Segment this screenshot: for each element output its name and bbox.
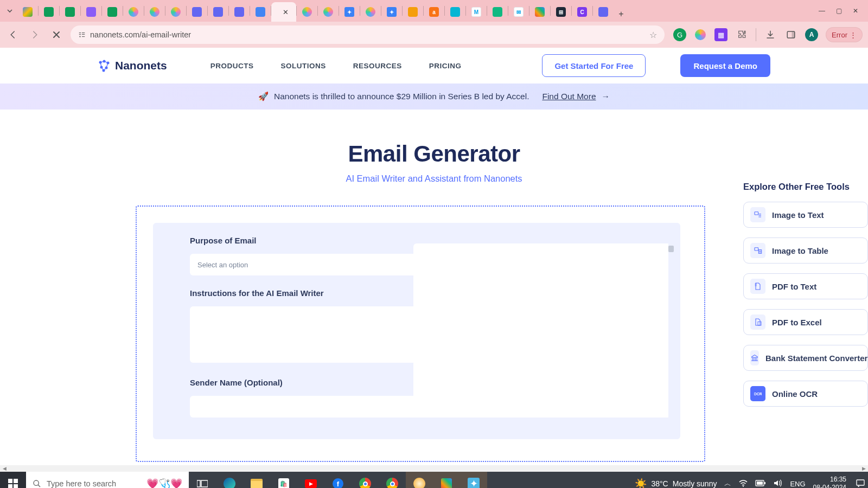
taskbar-youtube-icon[interactable]: ▶ <box>297 472 324 488</box>
taskbar-store-icon[interactable]: 🛍️ <box>270 472 297 488</box>
bookmark-star-icon[interactable]: ☆ <box>649 30 657 40</box>
site-controls-icon[interactable] <box>78 31 86 38</box>
scroll-left-icon[interactable]: ◀ <box>0 465 9 472</box>
tab-item[interactable]: ✦ <box>339 2 360 22</box>
tab-item-active[interactable]: ✕ <box>271 2 296 22</box>
browser-error-chip[interactable]: Error ⋮ <box>826 27 863 42</box>
scrollbar-thumb[interactable] <box>668 246 674 252</box>
url-text: nanonets.com/ai-email-writer <box>90 30 191 39</box>
new-tab-button[interactable]: + <box>614 7 629 22</box>
downloads-icon[interactable] <box>764 28 777 41</box>
tab-item[interactable] <box>144 2 165 22</box>
tab-item[interactable] <box>17 2 38 22</box>
page-viewport[interactable]: Nanonets PRODUCTS SOLUTIONS RESOURCES PR… <box>0 48 868 465</box>
tab-item[interactable] <box>187 2 207 22</box>
sidepanel-icon[interactable] <box>784 28 797 41</box>
tab-item[interactable] <box>39 2 59 22</box>
toolbar-actions: G ▦ A Error ⋮ <box>673 27 863 42</box>
window-minimize-button[interactable]: — <box>819 7 825 15</box>
banner-link[interactable]: Find Out More <box>542 92 596 101</box>
tray-battery-icon[interactable] <box>755 480 766 488</box>
profile-avatar[interactable]: A <box>805 28 818 41</box>
tab-item[interactable]: ⊞ <box>551 2 571 22</box>
nav-stop-button[interactable] <box>49 27 64 42</box>
nav-solutions[interactable]: SOLUTIONS <box>280 62 326 70</box>
extension-icon[interactable]: ▦ <box>714 28 727 41</box>
tab-item[interactable]: M <box>466 2 487 22</box>
tool-online-ocr[interactable]: OCR Online OCR <box>743 381 868 407</box>
tab-item[interactable]: ✦ <box>381 2 402 22</box>
tab-item[interactable] <box>229 2 250 22</box>
tab-item[interactable] <box>60 2 80 22</box>
taskbar-app-icon[interactable] <box>406 472 433 488</box>
nav-resources[interactable]: RESOURCES <box>353 62 402 70</box>
tool-label: PDF to Text <box>772 282 816 291</box>
start-button[interactable] <box>0 472 26 488</box>
favicon-colorwheel-icon <box>323 7 333 17</box>
tab-item[interactable] <box>360 2 381 22</box>
taskbar-app-icon[interactable]: ✦ <box>460 472 487 488</box>
tool-pdf-to-excel[interactable]: PDF to Excel <box>743 309 868 335</box>
tab-item[interactable]: a <box>424 2 444 22</box>
tray-wifi-icon[interactable] <box>739 479 748 489</box>
taskbar-facebook-icon[interactable]: f <box>324 472 352 488</box>
taskbar-app-icon[interactable] <box>433 472 460 488</box>
tab-item[interactable]: C <box>572 2 592 22</box>
tab-item[interactable] <box>165 2 186 22</box>
tab-item[interactable] <box>102 2 123 22</box>
instructions-label: Instructions for the AI Email Writer <box>190 288 413 298</box>
tray-clock[interactable]: 16:35 08-04-2024 <box>813 476 848 488</box>
horizontal-scrollbar[interactable]: ◀ ▶ <box>0 465 868 472</box>
tab-item[interactable] <box>208 2 228 22</box>
weather-widget[interactable]: ☀️ 38°C Mostly sunny <box>635 478 717 488</box>
scroll-right-icon[interactable]: ▶ <box>859 465 868 472</box>
tab-item[interactable] <box>250 2 271 22</box>
tabs-overflow-button[interactable] <box>4 5 15 16</box>
brand-logo[interactable]: Nanonets <box>98 59 167 72</box>
sender-name-input[interactable] <box>190 396 418 418</box>
extension-icon[interactable] <box>694 28 707 41</box>
tool-pdf-to-text[interactable]: PDF to Text <box>743 273 868 299</box>
window-maximize-button[interactable]: ▢ <box>836 7 842 15</box>
extensions-puzzle-icon[interactable] <box>735 28 748 41</box>
tab-item[interactable]: ✉ <box>508 2 529 22</box>
kebab-menu-icon[interactable]: ⋮ <box>850 31 857 39</box>
extension-grammarly-icon[interactable]: G <box>673 28 686 41</box>
purpose-select[interactable]: Select an option <box>190 254 418 275</box>
request-demo-button[interactable]: Request a Demo <box>680 54 770 77</box>
tab-item[interactable] <box>318 2 339 22</box>
tray-chevron-icon[interactable]: ︿ <box>724 479 731 488</box>
tab-item[interactable] <box>123 2 144 22</box>
tab-item[interactable] <box>487 2 508 22</box>
tabs-row: ✕ ✦ ✦ a M ✉ ⊞ C + <box>17 0 811 22</box>
tool-image-to-table[interactable]: Image to Table <box>743 237 868 264</box>
tool-image-to-text[interactable]: Image to Text <box>743 202 868 228</box>
svg-rect-3 <box>82 34 85 35</box>
taskbar-chrome-icon[interactable] <box>352 472 379 488</box>
tool-bank-statement[interactable]: Bank Statement Converter <box>743 345 868 371</box>
tray-notifications-icon[interactable] <box>856 479 865 489</box>
tab-close-icon[interactable]: ✕ <box>283 8 289 16</box>
nav-pricing[interactable]: PRICING <box>429 62 462 70</box>
window-close-button[interactable]: ✕ <box>853 7 858 15</box>
taskbar-explorer-icon[interactable] <box>243 472 270 488</box>
tab-item[interactable] <box>593 2 614 22</box>
tray-volume-icon[interactable] <box>774 479 782 489</box>
nav-products[interactable]: PRODUCTS <box>210 62 254 70</box>
tray-language[interactable]: ENG <box>790 480 805 488</box>
taskbar-chrome-icon[interactable] <box>379 472 406 488</box>
tab-item[interactable] <box>81 2 101 22</box>
tab-item[interactable] <box>297 2 317 22</box>
taskbar-search[interactable]: Type here to search 💗🩺💗 <box>26 472 189 488</box>
tab-item[interactable] <box>445 2 465 22</box>
nav-forward-button[interactable] <box>27 27 42 42</box>
task-view-button[interactable] <box>189 472 216 488</box>
nav-back-button[interactable] <box>5 27 21 42</box>
taskbar-edge-icon[interactable] <box>216 472 243 488</box>
favicon-gmail-icon: M <box>471 7 481 17</box>
tab-item[interactable] <box>403 2 423 22</box>
get-started-button[interactable]: Get Started For Free <box>542 54 646 77</box>
address-bar[interactable]: nanonets.com/ai-email-writer ☆ <box>71 25 665 44</box>
instructions-textarea[interactable] <box>190 306 418 363</box>
tab-item[interactable] <box>529 2 550 22</box>
